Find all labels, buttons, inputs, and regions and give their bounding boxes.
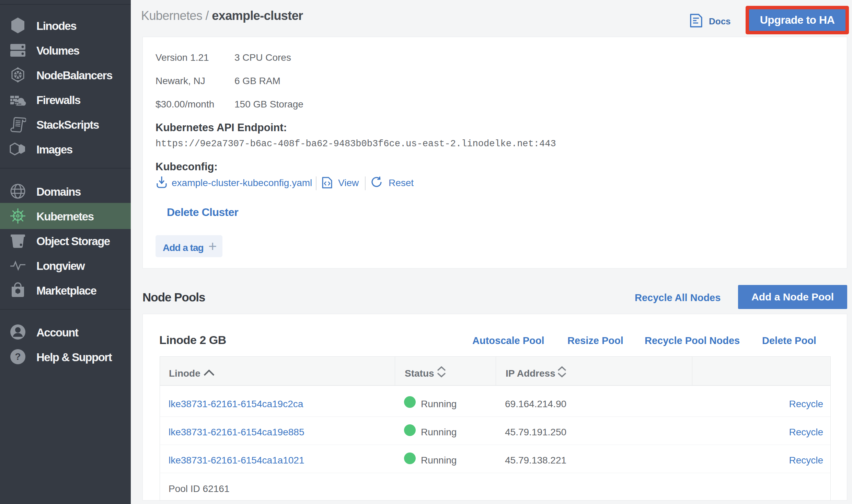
svg-text:?: ? <box>15 351 21 362</box>
